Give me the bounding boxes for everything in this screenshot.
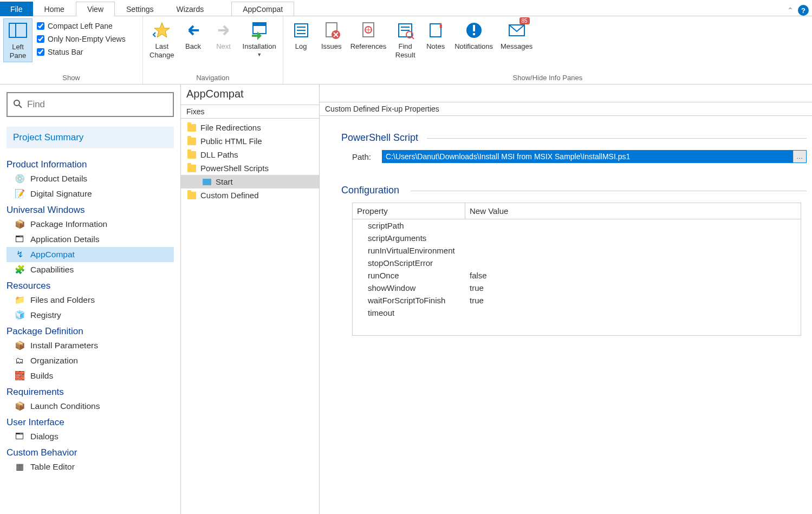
tree-start[interactable]: Start	[181, 175, 319, 188]
config-prop: scriptPath	[353, 219, 465, 232]
tree-file-redirections[interactable]: File Redirections	[181, 121, 319, 134]
notes-button[interactable]: Notes	[421, 18, 450, 53]
table-icon: ▦	[14, 462, 25, 472]
fixes-tree: File Redirections Public HTML File DLL P…	[181, 119, 319, 204]
config-prop: waitForScriptToFinish	[353, 294, 465, 307]
show-group-label: Show	[3, 72, 139, 84]
search-icon	[13, 99, 23, 110]
left-pane: Project Summary Product Information 💿Pro…	[0, 84, 181, 514]
nav-package-info[interactable]: 📦Package Information	[7, 217, 174, 232]
folder-icon	[187, 138, 196, 145]
config-row[interactable]: runInVirtualEnvironment	[353, 244, 801, 257]
config-prop: scriptArguments	[353, 232, 465, 244]
issues-icon	[322, 21, 341, 40]
mid-title: AppCompat	[181, 84, 319, 105]
back-button[interactable]: Back	[179, 18, 208, 53]
nav-registry[interactable]: 🧊Registry	[7, 308, 174, 323]
nav-app-details[interactable]: 🗔Application Details	[7, 232, 174, 247]
folder-icon	[187, 165, 196, 172]
nav-appcompat[interactable]: ↯AppCompat	[7, 247, 174, 262]
nav-product-details[interactable]: 💿Product Details	[7, 171, 174, 186]
next-button[interactable]: Next	[209, 18, 238, 53]
nav-section-custom: Custom Behavior	[7, 444, 174, 459]
mid-header: Fixes	[181, 105, 319, 119]
nonempty-checkbox[interactable]: Only Non-Empty Views	[34, 32, 129, 45]
nav-section-product: Product Information	[7, 156, 174, 171]
config-val	[465, 307, 801, 319]
tab-wizards[interactable]: Wizards	[165, 2, 216, 16]
config-row[interactable]: stopOnScriptError	[353, 257, 801, 269]
installation-button[interactable]: Installation ▼	[239, 18, 280, 60]
statusbar-checkbox[interactable]: Status Bar	[34, 45, 129, 58]
panes-group-label: Show/Hide Info Panes	[287, 72, 809, 84]
log-button[interactable]: Log	[287, 18, 316, 53]
collapse-ribbon-icon[interactable]: ⌃	[787, 6, 794, 15]
findresult-button[interactable]: Find Result	[391, 18, 420, 61]
install-params-icon: 📦	[14, 341, 25, 350]
tree-dll-paths[interactable]: DLL Paths	[181, 148, 319, 161]
messages-badge: 85	[519, 17, 530, 24]
config-prop: timeout	[353, 307, 465, 319]
registry-icon: 🧊	[14, 310, 25, 320]
folder-icon: 📁	[14, 295, 25, 305]
compact-checkbox[interactable]: Compact Left Pane	[34, 19, 129, 32]
config-row[interactable]: scriptArguments	[353, 232, 801, 244]
svg-line-21	[412, 37, 414, 39]
config-row[interactable]: scriptPath	[353, 219, 801, 232]
col-newvalue: New Value	[465, 203, 801, 219]
path-input[interactable]	[382, 151, 793, 162]
project-summary-button[interactable]: Project Summary	[7, 127, 174, 148]
config-row[interactable]: runOncefalse	[353, 269, 801, 282]
nav-files-folders[interactable]: 📁Files and Folders	[7, 292, 174, 308]
tab-strip: File Home View Settings Wizards AppCompa…	[0, 0, 812, 16]
tree-custom-defined[interactable]: Custom Defined	[181, 188, 319, 202]
lastchange-button[interactable]: Last Change	[146, 18, 178, 61]
svg-rect-22	[430, 24, 441, 37]
capabilities-icon: 🧩	[14, 265, 25, 275]
right-pane: Custom Defined Fix-up Properties PowerSh…	[320, 84, 812, 514]
config-val: true	[465, 282, 801, 294]
tab-appcompat[interactable]: AppCompat	[231, 2, 294, 16]
notifications-button[interactable]: Notifications	[451, 18, 496, 53]
findresult-icon	[395, 21, 415, 40]
right-header: Custom Defined Fix-up Properties	[320, 102, 812, 116]
nav-table-editor[interactable]: ▦Table Editor	[7, 459, 174, 474]
help-icon[interactable]: ?	[798, 5, 809, 16]
installation-icon	[250, 21, 269, 40]
tab-home[interactable]: Home	[33, 2, 76, 16]
issues-button[interactable]: Issues	[317, 18, 346, 53]
search-input[interactable]	[27, 99, 167, 110]
leftpane-button[interactable]: Left Pane	[3, 18, 33, 62]
nav-organization[interactable]: 🗂Organization	[7, 353, 174, 368]
config-row[interactable]: timeout	[353, 307, 801, 319]
log-icon	[291, 21, 311, 40]
arrow-right-icon	[214, 21, 233, 40]
tab-settings[interactable]: Settings	[115, 2, 165, 16]
nav-dialogs[interactable]: 🗔Dialogs	[7, 429, 174, 444]
svg-line-28	[19, 105, 22, 108]
nav-digital-signature[interactable]: 📝Digital Signature	[7, 186, 174, 201]
folder-icon	[187, 151, 196, 159]
config-val	[465, 219, 801, 232]
browse-button[interactable]: ...	[793, 151, 806, 162]
svg-rect-4	[253, 23, 266, 26]
nav-launch-conditions[interactable]: 📦Launch Conditions	[7, 399, 174, 414]
tab-view[interactable]: View	[76, 2, 115, 16]
tree-powershell-scripts[interactable]: PowerShell Scripts	[181, 161, 319, 175]
launch-icon: 📦	[14, 401, 25, 411]
dropdown-arrow-icon: ▼	[257, 52, 262, 57]
search-box[interactable]	[7, 92, 174, 117]
svg-rect-24	[473, 25, 475, 31]
org-icon: 🗂	[14, 356, 25, 366]
nav-install-params[interactable]: 📦Install Parameters	[7, 338, 174, 353]
config-row[interactable]: showWindowtrue	[353, 282, 801, 294]
nav-section-ui: User Interface	[7, 414, 174, 429]
tree-public-html[interactable]: Public HTML File	[181, 134, 319, 148]
references-button[interactable]: References	[347, 18, 389, 53]
appcompat-icon: ↯	[14, 250, 25, 259]
messages-button[interactable]: 85 Messages	[497, 18, 536, 53]
tab-file[interactable]: File	[0, 2, 33, 16]
nav-builds[interactable]: 🧱Builds	[7, 368, 174, 383]
config-row[interactable]: waitForScriptToFinishtrue	[353, 294, 801, 307]
nav-capabilities[interactable]: 🧩Capabilities	[7, 262, 174, 277]
